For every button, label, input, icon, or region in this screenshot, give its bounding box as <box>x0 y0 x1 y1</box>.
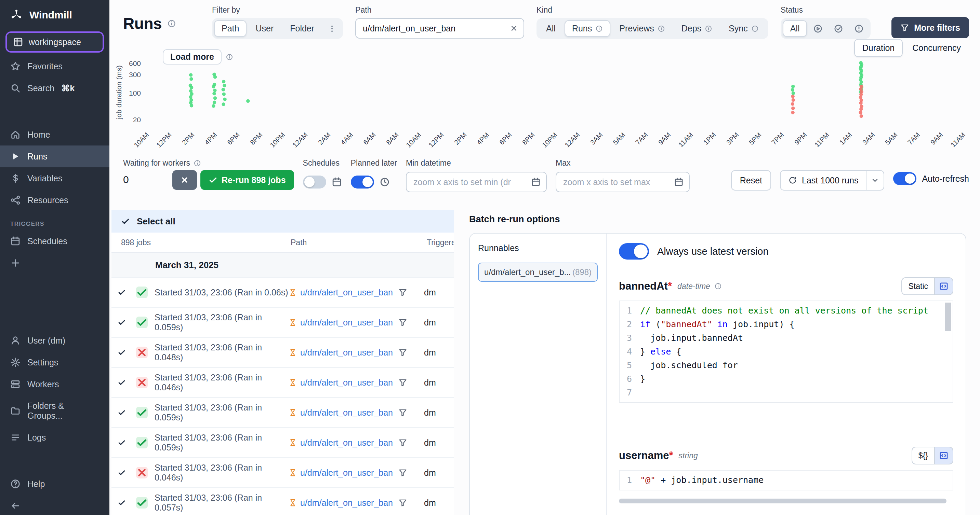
scatter-plot[interactable]: 2010030060010AM12PM2PM4PM6PM8PM10PM12AM2… <box>110 39 980 153</box>
row-checkbox[interactable] <box>118 499 136 507</box>
static-mode-button[interactable]: Static <box>901 277 935 295</box>
auto-refresh-label: Auto-refresh <box>922 174 969 184</box>
run-path-link[interactable]: u/dm/alert_on_user_ban <box>300 348 393 358</box>
row-checkbox[interactable] <box>118 379 136 387</box>
status-tab-success[interactable] <box>829 21 848 37</box>
clock-icon[interactable] <box>380 177 390 187</box>
status-tab-all[interactable]: All <box>783 20 807 37</box>
cancel-selection-button[interactable] <box>172 170 197 190</box>
sidebar-item-help[interactable]: Help <box>0 473 110 495</box>
kind-tab-all[interactable]: All <box>539 20 563 37</box>
kind-tab-previews[interactable]: Previews <box>612 20 672 37</box>
sidebar-item-folders-groups[interactable]: Folders & Groups... <box>0 395 110 426</box>
run-started-text: Started 31/03, 23:06 (Ran in 0.06s) <box>154 288 289 298</box>
editor-toggle-button[interactable] <box>935 277 953 295</box>
row-checkbox[interactable] <box>118 318 136 326</box>
username-code-editor[interactable]: 1"@" + job.input.username <box>619 470 953 490</box>
more-filters-button[interactable]: More filters <box>891 17 969 38</box>
auto-refresh-toggle[interactable] <box>893 172 916 185</box>
filter-by-path-icon[interactable] <box>398 348 407 357</box>
path-filter-input[interactable] <box>363 24 506 33</box>
filter-by-path-icon[interactable] <box>398 498 407 507</box>
load-more-button[interactable]: Load more <box>163 49 221 65</box>
run-path-link[interactable]: u/dm/alert_on_user_ban <box>300 318 393 328</box>
status-tab-running[interactable] <box>808 21 827 37</box>
sidebar-item-workers[interactable]: Workers <box>0 373 110 395</box>
sidebar-item-variables[interactable]: Variables <box>0 167 110 189</box>
run-row[interactable]: Started 31/03, 23:06 (Ran in 0.046s) u/d… <box>111 458 454 488</box>
select-all-check-icon <box>121 217 130 226</box>
filter-by-path-icon[interactable] <box>398 318 407 327</box>
run-row[interactable]: Started 31/03, 23:06 (Ran in 0.06s) u/dm… <box>111 278 454 308</box>
schedules-toggle[interactable] <box>303 176 326 189</box>
sidebar-item-home[interactable]: Home <box>0 124 110 146</box>
editor-scrollbar[interactable] <box>945 303 951 331</box>
run-row[interactable]: Started 31/03, 23:06 (Ran in 0.048s) u/d… <box>111 338 454 368</box>
filter-by-path-icon[interactable] <box>398 378 407 387</box>
sidebar-item-runs[interactable]: Runs <box>0 146 110 167</box>
last-runs-chevron-button[interactable] <box>866 171 884 190</box>
sidebar-item-search[interactable]: Search ⌘k <box>0 77 110 99</box>
kind-tab-deps[interactable]: Deps <box>674 20 720 37</box>
filter-by-path-icon[interactable] <box>398 408 407 417</box>
run-path-link[interactable]: u/dm/alert_on_user_ban <box>300 438 393 448</box>
rerun-jobs-button[interactable]: Re-run 898 jobs <box>200 170 294 190</box>
sidebar-item-schedules[interactable]: Schedules <box>0 230 110 252</box>
add-trigger-button[interactable] <box>0 252 110 274</box>
row-checkbox[interactable] <box>118 409 136 417</box>
run-path-link[interactable]: u/dm/alert_on_user_ban <box>300 468 393 478</box>
hourglass-icon <box>289 349 297 357</box>
last-runs-button[interactable]: Last 1000 runs <box>781 171 866 190</box>
runnable-item[interactable]: u/dm/alert_on_user_b... (898) <box>478 263 598 282</box>
clear-path-button[interactable] <box>510 24 518 32</box>
reset-button[interactable]: Reset <box>731 170 771 190</box>
collapse-sidebar-button[interactable] <box>0 495 110 515</box>
planned-later-toggle[interactable] <box>351 176 374 189</box>
calendar-icon[interactable] <box>332 177 342 187</box>
kind-tab-runs[interactable]: Runs <box>565 20 610 37</box>
brand[interactable]: Windmill <box>0 0 110 27</box>
run-row[interactable]: Started 31/03, 23:06 (Ran in 0.057s) u/d… <box>111 488 454 515</box>
max-datetime-input[interactable] <box>563 177 670 187</box>
chart-tab-concurrency[interactable]: Concurrency <box>904 39 969 57</box>
run-row[interactable]: Started 31/03, 23:06 (Ran in 0.059s) u/d… <box>111 308 454 338</box>
bannedAt-code-editor[interactable]: 1// bannedAt does not exist on all versi… <box>619 301 953 403</box>
editor-toggle-button[interactable] <box>935 447 953 464</box>
chart-tab-duration[interactable]: Duration <box>854 39 903 57</box>
latest-version-toggle[interactable] <box>619 243 649 260</box>
run-path-link[interactable]: u/dm/alert_on_user_ban <box>300 288 393 298</box>
row-checkbox[interactable] <box>118 439 136 447</box>
min-datetime-input[interactable] <box>414 177 527 187</box>
filter-tab-user[interactable]: User <box>248 20 281 37</box>
horizontal-scrollbar[interactable] <box>619 499 947 503</box>
workspace-selector[interactable]: workingspace <box>5 32 104 52</box>
kebab-icon <box>328 25 336 33</box>
filter-tab-path[interactable]: Path <box>214 20 247 37</box>
filter-tab-folder[interactable]: Folder <box>282 20 322 37</box>
select-all-row[interactable]: Select all <box>111 210 454 233</box>
max-datetime-picker-button[interactable] <box>674 177 684 187</box>
sidebar-item-user[interactable]: User (dm) <box>0 330 110 352</box>
sidebar-item-favorites[interactable]: Favorites <box>0 55 110 77</box>
filter-by-path-icon[interactable] <box>398 438 407 447</box>
status-tab-failure[interactable] <box>850 21 869 37</box>
run-path-link[interactable]: u/dm/alert_on_user_ban <box>300 378 393 388</box>
run-row[interactable]: Started 31/03, 23:06 (Ran in 0.059s) u/d… <box>111 398 454 428</box>
run-path-link[interactable]: u/dm/alert_on_user_ban <box>300 498 393 508</box>
sidebar-item-logs[interactable]: Logs <box>0 426 110 448</box>
row-checkbox[interactable] <box>118 288 136 296</box>
run-row[interactable]: Started 31/03, 23:06 (Ran in 0.059s) u/d… <box>111 428 454 458</box>
row-checkbox[interactable] <box>118 469 136 477</box>
code-line: 1// bannedAt does not exist on all versi… <box>620 304 953 318</box>
template-mode-button[interactable]: ${} <box>912 447 935 464</box>
run-path-link[interactable]: u/dm/alert_on_user_ban <box>300 408 393 418</box>
filter-by-path-icon[interactable] <box>398 288 407 297</box>
filter-more-menu-button[interactable] <box>323 21 341 36</box>
sidebar-item-settings[interactable]: Settings <box>0 352 110 373</box>
run-row[interactable]: Started 31/03, 23:06 (Ran in 0.046s) u/d… <box>111 368 454 398</box>
min-datetime-picker-button[interactable] <box>531 177 541 187</box>
sidebar-item-resources[interactable]: Resources <box>0 189 110 211</box>
kind-tab-sync[interactable]: Sync <box>721 20 766 37</box>
row-checkbox[interactable] <box>118 349 136 357</box>
filter-by-path-icon[interactable] <box>398 468 407 477</box>
